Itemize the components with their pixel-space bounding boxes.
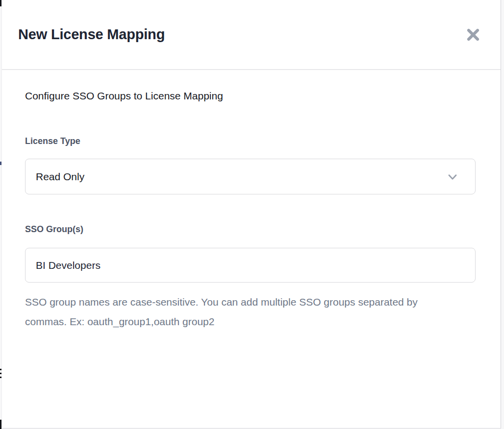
page-background: New License Mapping Configure SSO Groups… xyxy=(0,0,504,429)
license-type-label: License Type xyxy=(25,136,476,147)
modal-header: New License Mapping xyxy=(2,0,501,70)
close-icon xyxy=(466,27,480,42)
license-type-field-group: License Type Read Only xyxy=(25,136,476,194)
license-type-select[interactable]: Read Only xyxy=(25,159,476,194)
sso-groups-input[interactable] xyxy=(25,248,476,283)
license-type-selected-value: Read Only xyxy=(36,171,84,183)
close-button[interactable] xyxy=(463,25,483,45)
new-license-mapping-modal: New License Mapping Configure SSO Groups… xyxy=(1,0,501,429)
modal-body: Configure SSO Groups to License Mapping … xyxy=(2,70,501,332)
modal-description: Configure SSO Groups to License Mapping xyxy=(25,89,476,102)
sso-groups-label: SSO Group(s) xyxy=(25,224,476,235)
chevron-down-icon xyxy=(446,170,459,183)
sso-groups-field-group: SSO Group(s) SSO group names are case-se… xyxy=(25,224,476,332)
sso-groups-help-text: SSO group names are case-sensitive. You … xyxy=(25,292,432,332)
modal-title: New License Mapping xyxy=(18,26,165,43)
